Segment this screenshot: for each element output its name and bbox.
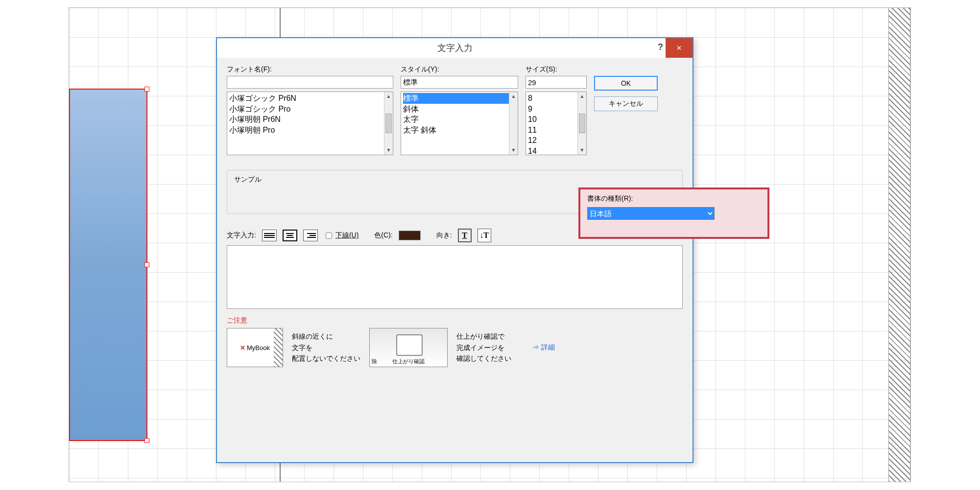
- list-item[interactable]: 小塚明朝 Pro: [229, 125, 384, 136]
- notice-text-2: 仕上がり確認で 完成イメージを 確認してください: [456, 331, 511, 364]
- align-right-button[interactable]: [303, 230, 318, 241]
- font-label: フォント名(F):: [227, 65, 393, 74]
- align-left-button[interactable]: [262, 230, 277, 241]
- mybook-label: MyBook: [247, 344, 270, 351]
- font-listbox[interactable]: 小塚ゴシック Pr6N 小塚ゴシック Pro 小塚明朝 Pr6N 小塚明朝 Pr…: [227, 92, 393, 155]
- close-button[interactable]: ×: [666, 38, 693, 58]
- vertical-direction-button[interactable]: ↓T: [478, 229, 491, 242]
- detail-link[interactable]: ⇒ 詳細: [532, 343, 555, 352]
- style-listbox[interactable]: 標準 斜体 太字 太字 斜体 ▲▼: [401, 92, 518, 155]
- thumb2-caption: 仕上がり確認: [392, 358, 425, 365]
- resize-handle-br[interactable]: [144, 438, 149, 443]
- list-item[interactable]: 小塚明朝 Pr6N: [229, 114, 384, 125]
- color-swatch[interactable]: [399, 231, 421, 240]
- x-icon: ✕: [240, 344, 245, 351]
- script-type-highlight: 書体の種類(R): 日本語: [578, 187, 769, 239]
- size-listbox[interactable]: 8 9 10 11 12 14 16 ▲▼: [526, 92, 587, 155]
- list-item[interactable]: 11: [528, 125, 577, 136]
- list-item[interactable]: 10: [528, 114, 577, 125]
- notice-text-1: 斜線の近くに 文字を 配置しないでください: [292, 331, 360, 364]
- list-item[interactable]: 小塚ゴシック Pr6N: [229, 93, 384, 104]
- help-button[interactable]: ?: [658, 42, 663, 52]
- list-item[interactable]: 太字: [403, 114, 509, 125]
- list-item[interactable]: 小塚ゴシック Pro: [229, 104, 384, 115]
- list-item[interactable]: 太字 斜体: [403, 125, 509, 136]
- style-label: スタイル(Y):: [401, 65, 518, 74]
- notice-title: ご注意: [227, 316, 683, 325]
- list-item[interactable]: 9: [528, 104, 577, 115]
- sample-label: サンプル: [234, 175, 352, 209]
- dialog-title: 文字入力: [437, 42, 473, 54]
- size-input[interactable]: [526, 76, 587, 89]
- size-label: サイズ(S):: [526, 65, 587, 74]
- script-label: 書体の種類(R):: [587, 194, 761, 203]
- list-item[interactable]: 12: [528, 135, 577, 146]
- text-input-dialog: 文字入力 ? × フォント名(F): 小塚ゴシック Pr6N 小塚ゴシック Pr…: [216, 37, 693, 463]
- style-input[interactable]: [401, 76, 518, 89]
- resize-handle-tr[interactable]: [144, 87, 149, 92]
- notice-thumb-preview: 除 仕上がり確認: [369, 328, 448, 367]
- horizontal-direction-button[interactable]: T: [458, 229, 472, 242]
- selected-object[interactable]: [69, 89, 147, 441]
- cancel-button[interactable]: キャンセル: [594, 96, 658, 111]
- underline-checkbox[interactable]: 下線(U): [324, 231, 359, 240]
- thumb2-left-label: 除: [372, 358, 377, 365]
- ok-button[interactable]: OK: [594, 76, 658, 91]
- resize-handle-mr[interactable]: [144, 262, 149, 267]
- notice-thumb-mybook: ✕ MyBook: [227, 328, 283, 367]
- underline-check[interactable]: [326, 233, 332, 239]
- list-item[interactable]: 斜体: [403, 104, 509, 115]
- underline-label: 下線(U): [335, 231, 359, 240]
- list-item[interactable]: 8: [528, 93, 577, 104]
- list-item[interactable]: 標準: [403, 93, 509, 104]
- font-input[interactable]: [227, 76, 393, 89]
- text-input-label: 文字入力:: [227, 231, 256, 240]
- script-select[interactable]: 日本語: [587, 207, 715, 220]
- list-item[interactable]: 14: [528, 146, 577, 155]
- align-center-button[interactable]: [283, 230, 297, 241]
- color-label: 色(C):: [374, 231, 392, 240]
- direction-label: 向き:: [436, 231, 452, 240]
- dialog-titlebar[interactable]: 文字入力 ? ×: [217, 38, 693, 58]
- canvas-hatch-right: [888, 8, 910, 482]
- text-input-area[interactable]: [227, 245, 683, 309]
